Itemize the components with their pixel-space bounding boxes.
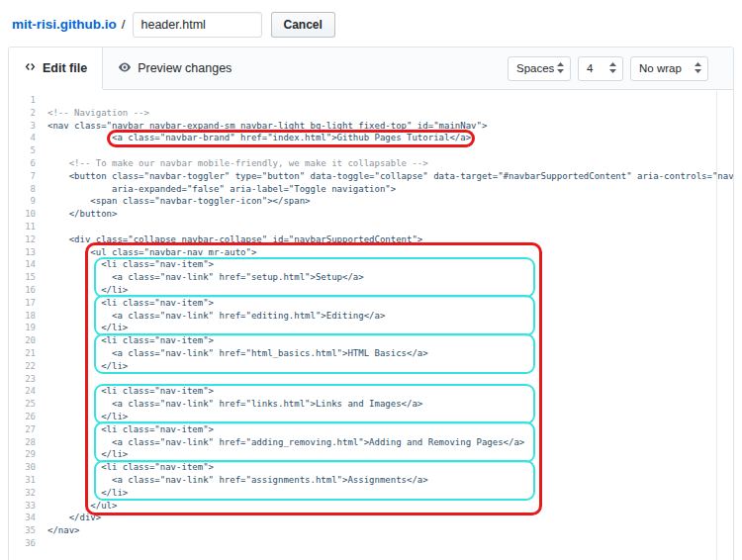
line-number: 4	[9, 132, 36, 144]
wrap-mode-select[interactable]: No wrap	[630, 56, 708, 81]
code-line[interactable]: 5	[9, 144, 733, 157]
code-line[interactable]: 11	[9, 221, 733, 233]
line-number: 34	[9, 512, 36, 524]
code-line[interactable]: 9 <span class="navbar-toggler-icon"></sp…	[9, 195, 733, 208]
code-line-text[interactable]: <li class="nav-item">	[47, 297, 214, 310]
code-line-text[interactable]: <a class="nav-link" href="html_basics.ht…	[47, 347, 428, 360]
wrap-mode-value: No wrap	[639, 62, 682, 74]
line-number: 2	[9, 107, 36, 120]
code-line[interactable]: 33 </ul>	[9, 500, 733, 513]
cancel-button[interactable]: Cancel	[271, 12, 335, 38]
line-number: 31	[9, 474, 36, 487]
code-line-text[interactable]: <a class="nav-link" href="assignments.ht…	[47, 474, 428, 487]
code-line-text[interactable]: <ul class="navbar-nav mr-auto">	[47, 246, 256, 259]
code-line-text[interactable]: <li class="nav-item">	[47, 258, 214, 271]
code-line-text[interactable]: <nav class="navbar navbar-expand-sm navb…	[47, 120, 487, 133]
code-line[interactable]: 27 <li class="nav-item">	[9, 423, 733, 436]
line-number: 8	[9, 183, 36, 196]
code-line-text[interactable]: <span class="navbar-toggler-icon"></span…	[47, 195, 311, 208]
code-line[interactable]: 4 <a class="navbar-brand" href="index.ht…	[9, 132, 733, 144]
code-line[interactable]: 28 <a class="nav-link" href="adding_remo…	[9, 436, 733, 449]
line-number: 35	[9, 524, 36, 537]
line-number: 28	[9, 436, 36, 449]
code-line[interactable]: 32 </li>	[9, 487, 733, 500]
code-line-text[interactable]: <a class="nav-link" href="adding_removin…	[47, 436, 524, 449]
code-line[interactable]: 17 <li class="nav-item">	[9, 297, 733, 310]
code-line-text[interactable]: <a class="nav-link" href="editing.html">…	[47, 310, 385, 323]
code-line[interactable]: 18 <a class="nav-link" href="editing.htm…	[9, 310, 733, 323]
code-line-text[interactable]: </ul>	[47, 500, 117, 513]
code-line[interactable]: 20 <li class="nav-item">	[9, 334, 733, 347]
editor-toolbar: Spaces 4 No wrap	[508, 56, 708, 81]
code-line-text[interactable]: <div class="collapse navbar-collapse" id…	[47, 233, 422, 246]
code-line-text[interactable]: <li class="nav-item">	[47, 385, 214, 398]
indent-mode-select[interactable]: Spaces	[508, 56, 571, 81]
code-line-text[interactable]: <!-- Navigation -->	[47, 107, 149, 120]
code-line[interactable]: 26 </li>	[9, 411, 733, 423]
code-line[interactable]: 8 aria-expanded="false" aria-label="Togg…	[9, 183, 733, 196]
code-line[interactable]: 6 <!-- To make our navbar mobile-friendl…	[9, 157, 733, 170]
code-editor[interactable]: 12<!-- Navigation -->3<nav class="navbar…	[9, 91, 733, 560]
code-line[interactable]: 24 <li class="nav-item">	[9, 385, 733, 398]
code-line[interactable]: 25 <a class="nav-link" href="links.html"…	[9, 398, 733, 411]
repo-link[interactable]: mit-risi.github.io	[12, 17, 117, 32]
code-line[interactable]: 2<!-- Navigation -->	[9, 107, 733, 120]
line-number: 13	[9, 246, 36, 259]
line-number: 30	[9, 461, 36, 474]
code-line-text[interactable]: </li>	[47, 360, 128, 373]
code-line[interactable]: 23	[9, 373, 733, 386]
indent-size-value: 4	[587, 62, 593, 74]
code-line-text[interactable]: </li>	[47, 448, 128, 461]
line-number: 24	[9, 385, 36, 398]
line-number: 1	[9, 94, 36, 107]
code-line[interactable]: 21 <a class="nav-link" href="html_basics…	[9, 347, 733, 360]
code-line-text[interactable]: <a class="nav-link" href="setup.html">Se…	[47, 271, 364, 284]
code-line[interactable]: 36	[9, 537, 733, 550]
code-line[interactable]: 1	[9, 94, 733, 107]
line-number: 11	[9, 221, 36, 233]
code-line[interactable]: 29 </li>	[9, 448, 733, 461]
code-line[interactable]: 30 <li class="nav-item">	[9, 461, 733, 474]
breadcrumb: mit-risi.github.io / Cancel	[0, 0, 742, 47]
code-line-text[interactable]: </button>	[47, 208, 117, 221]
code-line[interactable]: 3<nav class="navbar navbar-expand-sm nav…	[9, 120, 733, 133]
line-number: 18	[9, 310, 36, 323]
code-line[interactable]: 16 </li>	[9, 284, 733, 297]
code-line[interactable]: 10 </button>	[9, 208, 733, 221]
code-line-text[interactable]: <button class="navbar-toggler" type="but…	[47, 170, 733, 183]
code-line-text[interactable]: aria-expanded="false" aria-label="Toggle…	[47, 183, 396, 196]
code-line[interactable]: 22 </li>	[9, 360, 733, 373]
tab-edit-file[interactable]: Edit file	[9, 47, 103, 89]
code-line-text[interactable]: </div>	[47, 512, 101, 524]
code-line[interactable]: 19 </li>	[9, 322, 733, 334]
code-line[interactable]: 31 <a class="nav-link" href="assignments…	[9, 474, 733, 487]
code-line[interactable]: 15 <a class="nav-link" href="setup.html"…	[9, 271, 733, 284]
code-line[interactable]: 34 </div>	[9, 512, 733, 524]
code-line-text[interactable]: <a class="nav-link" href="links.html">Li…	[47, 398, 422, 411]
code-line[interactable]: 7 <button class="navbar-toggler" type="b…	[9, 170, 733, 183]
code-line-text[interactable]: <li class="nav-item">	[47, 334, 214, 347]
code-line[interactable]: 12 <div class="collapse navbar-collapse"…	[9, 233, 733, 246]
code-line-text[interactable]: </nav>	[47, 524, 80, 537]
indent-size-select[interactable]: 4	[578, 56, 623, 81]
code-line[interactable]: 14 <li class="nav-item">	[9, 258, 733, 271]
code-line-text[interactable]: <a class="navbar-brand" href="index.html…	[47, 132, 471, 144]
code-line[interactable]: 13 <ul class="navbar-nav mr-auto">	[9, 246, 733, 259]
line-number: 14	[9, 258, 36, 271]
code-line-text[interactable]: </li>	[47, 284, 128, 297]
code-line-text[interactable]: <!-- To make our navbar mobile-friendly,…	[47, 157, 428, 170]
line-number: 19	[9, 322, 36, 334]
line-number: 10	[9, 208, 36, 221]
line-number: 5	[9, 144, 36, 157]
code-line-text[interactable]: <li class="nav-item">	[47, 461, 214, 474]
tab-edit-file-label: Edit file	[43, 61, 87, 75]
line-number: 33	[9, 500, 36, 513]
tab-preview-changes[interactable]: Preview changes	[103, 47, 246, 89]
code-line-text[interactable]: </li>	[47, 487, 128, 500]
code-area: 12<!-- Navigation -->3<nav class="navbar…	[9, 91, 733, 550]
code-line-text[interactable]: </li>	[47, 322, 128, 334]
code-line[interactable]: 35</nav>	[9, 524, 733, 537]
code-line-text[interactable]: </li>	[47, 411, 128, 423]
filename-input[interactable]	[133, 12, 262, 38]
code-line-text[interactable]: <li class="nav-item">	[47, 423, 214, 436]
